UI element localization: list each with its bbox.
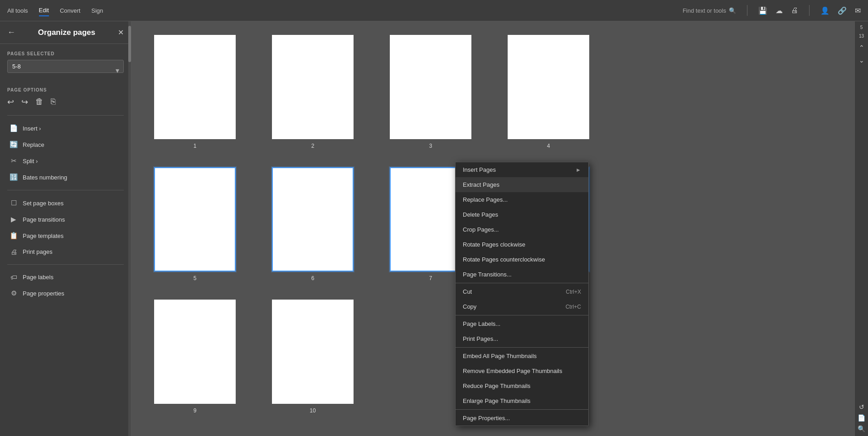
search-icon[interactable]: 🔍 <box>729 7 736 14</box>
context-menu-page-properties[interactable]: Page Properties... <box>456 411 588 426</box>
toolbar-tools-2: 👤 🔗 ✉ <box>820 6 861 15</box>
context-menu-delete-pages[interactable]: Delete Pages <box>456 207 588 222</box>
print-pages-label: Print pages <box>23 248 53 255</box>
context-menu-crop-pages[interactable]: Crop Pages... <box>456 222 588 237</box>
redo-icon[interactable]: ↪ <box>21 97 28 107</box>
context-menu-remove-thumbnails[interactable]: Remove Embedded Page Thumbnails <box>456 363 588 378</box>
page-options-icons: ↩ ↪ 🗑 ⎘ <box>7 97 124 107</box>
sidebar-scroll: PAGES SELECTED 5-8 PAGE OPTIONS ↩ ↪ 🗑 ⎘ … <box>0 44 131 436</box>
pages-select-wrapper: 5-8 <box>7 60 124 80</box>
nav-all-tools[interactable]: All tools <box>7 5 28 16</box>
sidebar-item-set-page-boxes[interactable]: ☐ Set page boxes <box>7 195 124 211</box>
page-templates-label: Page templates <box>23 233 63 239</box>
crop-pages-label: Crop Pages... <box>463 226 499 233</box>
context-menu-page-transitions[interactable]: Page Transitions... <box>456 267 588 282</box>
page-transitions-icon: ▶ <box>9 215 18 223</box>
page-transitions-label: Page transitions <box>23 216 65 223</box>
sidebar-divider-2 <box>7 190 124 190</box>
sidebar-item-bates[interactable]: 🔢 Bates numbering <box>7 169 124 185</box>
context-menu-copy[interactable]: Copy Ctrl+C <box>456 299 588 314</box>
close-button[interactable]: ✕ <box>118 28 124 37</box>
copy-label: Copy <box>463 303 476 310</box>
context-menu-embed-thumbnails[interactable]: Embed All Page Thumbnails <box>456 349 588 363</box>
page-thumb-4[interactable] <box>508 35 589 139</box>
zoom-out-icon[interactable]: 🔍 <box>858 425 865 432</box>
nav-edit[interactable]: Edit <box>39 5 49 16</box>
sidebar-scrollbar[interactable] <box>128 21 131 436</box>
context-menu-cut[interactable]: Cut Ctrl+X <box>456 284 588 299</box>
page-thumb-2[interactable] <box>272 35 354 139</box>
link-icon[interactable]: 🔗 <box>838 6 847 15</box>
insert-icon: 📄 <box>9 124 18 132</box>
page-thumb-1[interactable] <box>154 35 236 139</box>
page-number-3: 3 <box>429 143 432 149</box>
copy-shortcut: Ctrl+C <box>566 304 581 310</box>
replace-icon: 🔄 <box>9 140 18 149</box>
sidebar-item-print-pages[interactable]: 🖨 Print pages <box>7 244 124 260</box>
context-menu-page-labels[interactable]: Page Labels... <box>456 316 588 331</box>
context-menu-divider-1 <box>456 283 588 283</box>
sidebar-item-page-templates[interactable]: 📋 Page templates <box>7 228 124 244</box>
scroll-down-arrow[interactable]: ⌄ <box>857 55 866 66</box>
page-item-5: 5 <box>150 167 240 281</box>
scroll-up-arrow[interactable]: ⌃ <box>857 42 866 53</box>
insert-label: Insert › <box>23 125 41 132</box>
extract-icon[interactable]: ⎘ <box>51 97 56 107</box>
upload-icon[interactable]: ☁ <box>776 6 783 15</box>
context-menu-divider-3 <box>456 347 588 348</box>
page-thumb-3[interactable] <box>390 35 471 139</box>
embed-thumbnails-label: Embed All Page Thumbnails <box>463 353 537 359</box>
page-templates-icon: 📋 <box>9 232 18 240</box>
print-pages-menu-label: Print Pages... <box>463 335 498 342</box>
page-properties-menu-label: Page Properties... <box>463 415 510 421</box>
context-menu-print-pages[interactable]: Print Pages... <box>456 331 588 346</box>
context-menu-extract-pages[interactable]: Extract Pages <box>456 177 588 192</box>
page-thumb-5[interactable] <box>154 167 236 271</box>
sidebar-item-replace[interactable]: 🔄 Replace <box>7 136 124 153</box>
context-menu-insert-pages[interactable]: Insert Pages ► <box>456 162 588 177</box>
page-item-3: 3 <box>385 35 476 149</box>
pages-select[interactable]: 5-8 <box>7 60 124 73</box>
context-menu-rotate-counterclockwise[interactable]: Rotate Pages counterclockwise <box>456 252 588 267</box>
remove-thumbnails-label: Remove Embedded Page Thumbnails <box>463 368 562 374</box>
print-icon[interactable]: 🖨 <box>791 6 798 15</box>
page-options-label: PAGE OPTIONS <box>7 87 124 92</box>
account-icon[interactable]: 👤 <box>820 6 829 15</box>
sidebar-item-page-transitions[interactable]: ▶ Page transitions <box>7 211 124 228</box>
page-number-5: 5 <box>194 275 197 281</box>
context-menu-rotate-clockwise[interactable]: Rotate Pages clockwise <box>456 237 588 252</box>
sidebar-item-split[interactable]: ✂ Split › <box>7 153 124 169</box>
page-item-1: 1 <box>150 35 240 149</box>
rotate-left-icon[interactable]: ↺ <box>859 403 864 411</box>
page-number-9: 9 <box>194 407 197 414</box>
page-thumb-6[interactable] <box>272 167 354 271</box>
sidebar-item-insert[interactable]: 📄 Insert › <box>7 120 124 136</box>
page-item-6: 6 <box>267 167 358 281</box>
delete-icon[interactable]: 🗑 <box>35 97 44 107</box>
nav-convert[interactable]: Convert <box>60 5 81 16</box>
search-bar[interactable]: Find text or tools 🔍 <box>683 7 736 14</box>
bates-label: Bates numbering <box>23 174 67 181</box>
split-label: Split › <box>23 158 38 165</box>
back-button[interactable]: ← <box>7 28 15 37</box>
page-number-10: 10 <box>310 407 315 414</box>
rotate-clockwise-label: Rotate Pages clockwise <box>463 241 525 248</box>
extract-pages-label: Extract Pages <box>463 181 499 188</box>
nav-sign[interactable]: Sign <box>91 5 103 16</box>
mail-icon[interactable]: ✉ <box>855 6 861 15</box>
page-item-2: 2 <box>267 35 358 149</box>
page-item-4: 4 <box>503 35 594 149</box>
sidebar-divider-1 <box>7 115 124 116</box>
context-menu-enlarge-thumbnails[interactable]: Enlarge Page Thumbnails <box>456 393 588 408</box>
save-icon[interactable]: 💾 <box>758 6 767 15</box>
sidebar-item-page-properties[interactable]: ⚙ Page properties <box>7 285 124 301</box>
page-number-4: 4 <box>547 143 550 149</box>
page-thumb-10[interactable] <box>272 300 354 404</box>
undo-icon[interactable]: ↩ <box>7 97 14 107</box>
page-icon[interactable]: 📄 <box>858 414 865 421</box>
context-menu-replace-pages[interactable]: Replace Pages... <box>456 192 588 207</box>
sidebar-item-page-labels[interactable]: 🏷 Page labels <box>7 269 124 285</box>
page-thumb-9[interactable] <box>154 300 236 404</box>
split-icon: ✂ <box>9 157 18 165</box>
context-menu-reduce-thumbnails[interactable]: Reduce Page Thumbnails <box>456 378 588 393</box>
